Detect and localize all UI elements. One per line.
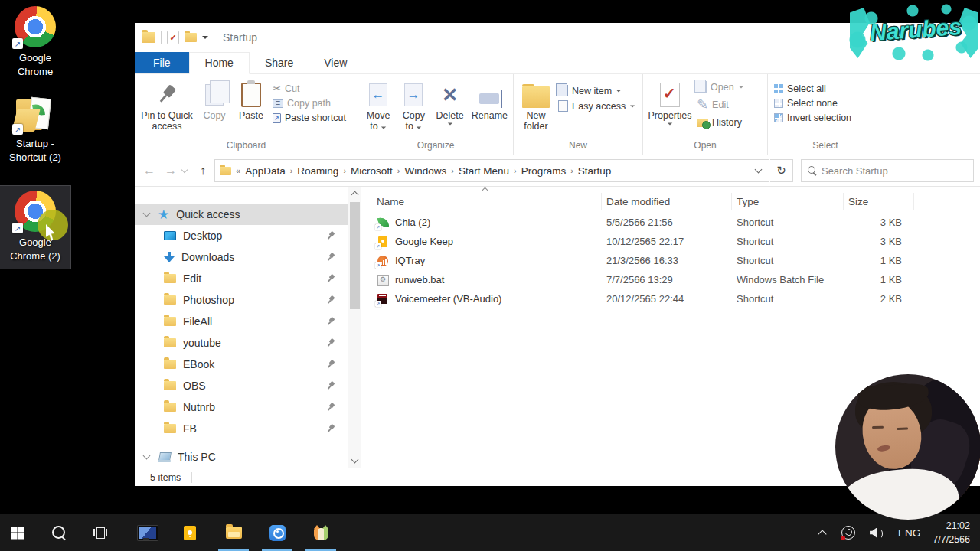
chrome-icon bbox=[15, 6, 56, 47]
desktop-icon-google-chrome[interactable]: Google Chrome bbox=[8, 6, 63, 78]
group-label-new: New bbox=[514, 140, 642, 155]
new-item-button[interactable]: New item bbox=[558, 85, 635, 96]
sidebar-item-photoshop[interactable]: Photoshop bbox=[135, 289, 361, 311]
refresh-button[interactable]: ↻ bbox=[770, 159, 793, 182]
obs-tray-icon[interactable] bbox=[841, 526, 855, 540]
sidebar-item-desktop[interactable]: Desktop bbox=[135, 225, 361, 246]
qat-customize-chevron-icon[interactable] bbox=[202, 36, 208, 39]
search-box[interactable] bbox=[801, 159, 974, 182]
paste-button[interactable]: Paste bbox=[233, 77, 270, 123]
expander-chevron-icon[interactable] bbox=[143, 452, 151, 460]
qat-new-folder-icon[interactable] bbox=[185, 33, 197, 42]
taskbar-google-keep[interactable] bbox=[172, 514, 207, 551]
up-button[interactable]: ↑ bbox=[193, 164, 213, 178]
breadcrumb-item[interactable]: Roaming bbox=[297, 165, 338, 177]
sidebar-item-nutnrb[interactable]: Nutnrb bbox=[135, 396, 361, 418]
tab-home[interactable]: Home bbox=[189, 52, 250, 74]
delete-button[interactable]: Delete bbox=[433, 77, 468, 128]
select-none-button[interactable]: Select none bbox=[774, 98, 851, 109]
file-row[interactable]: Voicemeeter (VB-Audio) 20/12/2565 22:44 … bbox=[372, 289, 980, 308]
copy-to-button[interactable]: Copy to bbox=[397, 77, 430, 135]
sidebar-item-ebook[interactable]: EBook bbox=[135, 354, 361, 375]
button-label: Select none bbox=[787, 98, 838, 109]
column-header-size[interactable]: Size bbox=[844, 193, 914, 210]
breadcrumb-item[interactable]: Programs bbox=[521, 165, 567, 177]
select-all-button[interactable]: Select all bbox=[774, 83, 851, 94]
column-header-type[interactable]: Type bbox=[732, 193, 844, 210]
breadcrumb-item[interactable]: Windows bbox=[404, 165, 446, 177]
tab-view[interactable]: View bbox=[309, 53, 362, 73]
volume-icon[interactable] bbox=[870, 528, 883, 538]
title-bar[interactable]: Startup bbox=[135, 23, 980, 52]
new-folder-button[interactable]: New folder bbox=[517, 77, 555, 135]
tab-file[interactable]: File bbox=[135, 52, 189, 73]
task-view-button[interactable] bbox=[83, 514, 118, 551]
desktop-icon-startup-shortcut[interactable]: Startup - Shortcut (2) bbox=[2, 96, 69, 164]
copy-path-button[interactable]: Copy path bbox=[273, 98, 346, 109]
pin-icon bbox=[324, 315, 336, 328]
copy-button[interactable]: Copy bbox=[196, 77, 233, 123]
column-header-date-modified[interactable]: Date modified bbox=[602, 193, 732, 210]
move-to-button[interactable]: Move to bbox=[361, 77, 395, 135]
open-button[interactable]: Open bbox=[697, 81, 744, 93]
taskbar-cat-app[interactable] bbox=[303, 514, 338, 551]
scrollbar-thumb[interactable] bbox=[350, 202, 360, 309]
tray-chevron-icon[interactable] bbox=[818, 530, 826, 538]
button-label: Open bbox=[710, 82, 734, 93]
tab-share[interactable]: Share bbox=[250, 53, 309, 73]
breadcrumb-item[interactable]: Start Menu bbox=[459, 165, 509, 177]
forward-button[interactable]: → bbox=[161, 164, 181, 178]
expander-chevron-icon[interactable] bbox=[143, 210, 151, 217]
address-dropdown-chevron-icon[interactable] bbox=[755, 166, 763, 174]
desktop-icon-label: Startup - Shortcut (2) bbox=[2, 137, 69, 164]
file-date: 21/3/2566 16:33 bbox=[602, 255, 732, 266]
sidebar-item-label: Desktop bbox=[183, 230, 222, 242]
file-row[interactable]: Google Keep 10/12/2565 22:17 Shortcut 3 … bbox=[372, 232, 980, 251]
taskbar-webcam-app[interactable] bbox=[260, 514, 295, 551]
file-name: Chia (2) bbox=[395, 217, 430, 228]
cut-button[interactable]: Cut bbox=[273, 83, 346, 94]
taskbar-search-button[interactable] bbox=[41, 514, 77, 551]
clock[interactable]: 21:02 7/7/2566 bbox=[933, 519, 970, 546]
scroll-up-icon[interactable] bbox=[351, 191, 359, 199]
column-header-name[interactable]: Name bbox=[372, 193, 602, 210]
file-type: Shortcut bbox=[732, 293, 844, 305]
sidebar-item-edit[interactable]: Edit bbox=[135, 268, 361, 289]
sidebar-item-fb[interactable]: FB bbox=[135, 418, 361, 439]
dropdown-caret-icon bbox=[630, 105, 635, 107]
sidebar-item-quick-access[interactable]: Quick access bbox=[135, 204, 361, 225]
history-button[interactable]: History bbox=[697, 117, 744, 128]
sidebar-item-obs[interactable]: OBS bbox=[135, 375, 361, 396]
file-row[interactable]: runweb.bat 7/7/2566 13:29 Windows Batch … bbox=[372, 270, 980, 289]
invert-selection-button[interactable]: Invert selection bbox=[774, 112, 851, 123]
button-label: Pin to Quick access bbox=[140, 110, 194, 132]
breadcrumb-item[interactable]: AppData bbox=[245, 165, 286, 177]
paste-shortcut-button[interactable]: Paste shortcut bbox=[273, 112, 346, 123]
properties-button[interactable]: Properties bbox=[646, 77, 694, 128]
scroll-down-icon[interactable] bbox=[351, 456, 359, 464]
taskbar-file-explorer[interactable] bbox=[216, 514, 251, 551]
sidebar-item-this-pc[interactable]: This PC bbox=[135, 446, 361, 468]
recent-locations-chevron-icon[interactable] bbox=[181, 167, 188, 173]
sidebar-item-fileall[interactable]: FileAll bbox=[135, 311, 361, 332]
search-input[interactable] bbox=[822, 165, 967, 177]
sidebar-item-label: youtube bbox=[183, 337, 221, 349]
start-button[interactable] bbox=[0, 514, 35, 551]
qat-properties-icon[interactable] bbox=[167, 31, 179, 44]
language-indicator[interactable]: ENG bbox=[898, 527, 920, 539]
easy-access-button[interactable]: Easy access bbox=[558, 100, 635, 112]
breadcrumb-item[interactable]: Microsoft bbox=[351, 165, 393, 177]
pin-to-quick-access-button[interactable]: Pin to Quick access bbox=[138, 77, 196, 135]
edit-button[interactable]: Edit bbox=[697, 96, 744, 113]
file-row[interactable]: IQTray 21/3/2566 16:33 Shortcut 1 KB bbox=[372, 251, 980, 270]
group-label-select: Select bbox=[768, 140, 883, 155]
address-bar[interactable]: « AppData› Roaming› Microsoft› Windows› … bbox=[214, 159, 769, 182]
taskbar-monitor-app[interactable] bbox=[129, 514, 164, 551]
sidebar-item-downloads[interactable]: Downloads bbox=[135, 246, 361, 268]
file-row[interactable]: Chia (2) 5/5/2566 21:56 Shortcut 3 KB bbox=[372, 213, 980, 232]
back-button[interactable]: ← bbox=[139, 164, 159, 178]
sidebar-scrollbar[interactable] bbox=[348, 187, 361, 468]
rename-button[interactable]: Rename bbox=[469, 77, 510, 123]
breadcrumb-item[interactable]: Startup bbox=[578, 165, 612, 177]
sidebar-item-youtube[interactable]: youtube bbox=[135, 332, 361, 354]
